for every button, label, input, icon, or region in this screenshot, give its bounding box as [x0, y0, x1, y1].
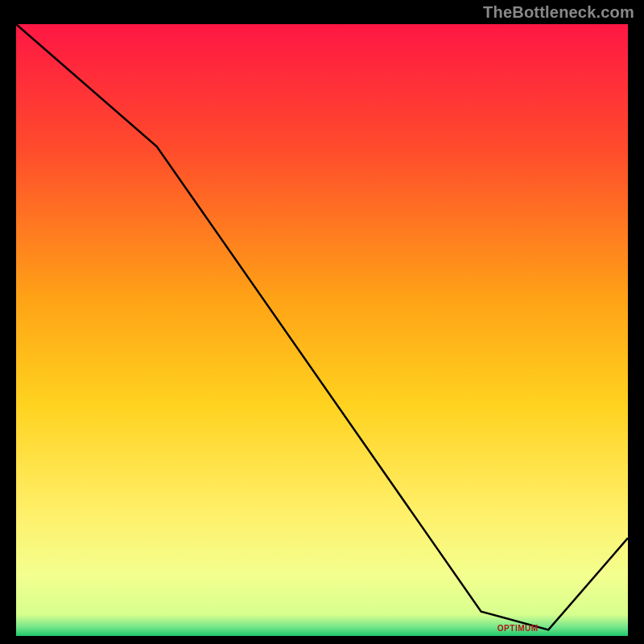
- watermark-text: TheBottleneck.com: [483, 3, 634, 22]
- gradient-background: [16, 24, 628, 636]
- bottleneck-chart: [16, 24, 628, 636]
- chart-stage: TheBottleneck.com OPTIMUM: [0, 0, 644, 644]
- plot-area: OPTIMUM: [16, 24, 628, 636]
- optimum-label: OPTIMUM: [497, 624, 539, 633]
